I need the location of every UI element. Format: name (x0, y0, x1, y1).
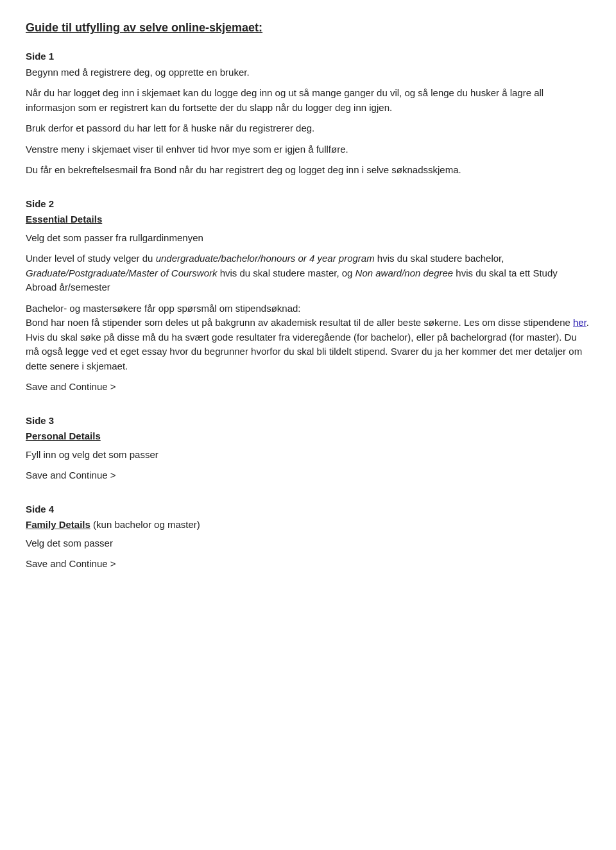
side4-save-continue[interactable]: Save and Continue > (26, 557, 590, 572)
side1-block: Side 1 Begynn med å registrere deg, og o… (26, 49, 590, 178)
side2-p3-text: Bond har noen få stipender som deles ut … (26, 317, 573, 328)
side4-p1: Velg det som passer (26, 536, 590, 551)
side2-label: Side 2 (26, 197, 590, 212)
side2-heading: Essential Details (26, 214, 102, 225)
side1-p3: Bruk derfor et passord du har lett for å… (26, 121, 590, 136)
side3-label: Side 3 (26, 414, 590, 429)
side3-heading: Personal Details (26, 430, 101, 441)
side2-p2: Under level of study velger du undergrad… (26, 251, 590, 295)
side2-p2-italic1: undergraduate/bachelor/honours or 4 year… (156, 253, 375, 264)
side1-p5: Du får en bekreftelsesmail fra Bond når … (26, 163, 590, 178)
side2-save-continue[interactable]: Save and Continue > (26, 380, 590, 395)
side2-p2-middle: hvis du skal studere bachelor, (375, 253, 504, 264)
side4-block: Side 4 Family Details (kun bachelor og m… (26, 502, 590, 572)
side2-p2-italic3: Non award/non degree (355, 268, 454, 278)
side1-label: Side 1 (26, 49, 590, 64)
side2-p1: Velg det som passer fra rullgardinmenyen (26, 231, 590, 246)
side1-p1: Begynn med å registrere deg, og opprette… (26, 65, 590, 80)
page-title: Guide til utfylling av selve online-skje… (26, 19, 590, 37)
side4-heading-suffix: (kun bachelor og master) (90, 519, 200, 530)
side3-save-continue[interactable]: Save and Continue > (26, 468, 590, 483)
side1-p2: Når du har logget deg inn i skjemaet kan… (26, 86, 590, 115)
side3-block: Side 3 Personal Details Fyll inn og velg… (26, 414, 590, 483)
side1-p4: Venstre meny i skjemaet viser til enhver… (26, 142, 590, 157)
side3-p1: Fyll inn og velg det som passer (26, 448, 590, 463)
side4-heading: Family Details (26, 519, 90, 530)
side2-p2-italic2: Graduate/Postgraduate/Master of Courswor… (26, 268, 217, 278)
side2-p3: Bachelor- og mastersøkere får opp spørsm… (26, 302, 590, 374)
side2-block: Side 2 Essential Details Velg det som pa… (26, 197, 590, 395)
side2-p3-label: Bachelor- og mastersøkere får opp spørsm… (26, 303, 301, 314)
side4-label: Side 4 (26, 502, 590, 517)
side2-p2-prefix: Under level of study velger du (26, 253, 156, 264)
side2-p2-suffix1: hvis du skal studere master, og (217, 268, 355, 278)
side2-her-link[interactable]: her (573, 317, 586, 328)
